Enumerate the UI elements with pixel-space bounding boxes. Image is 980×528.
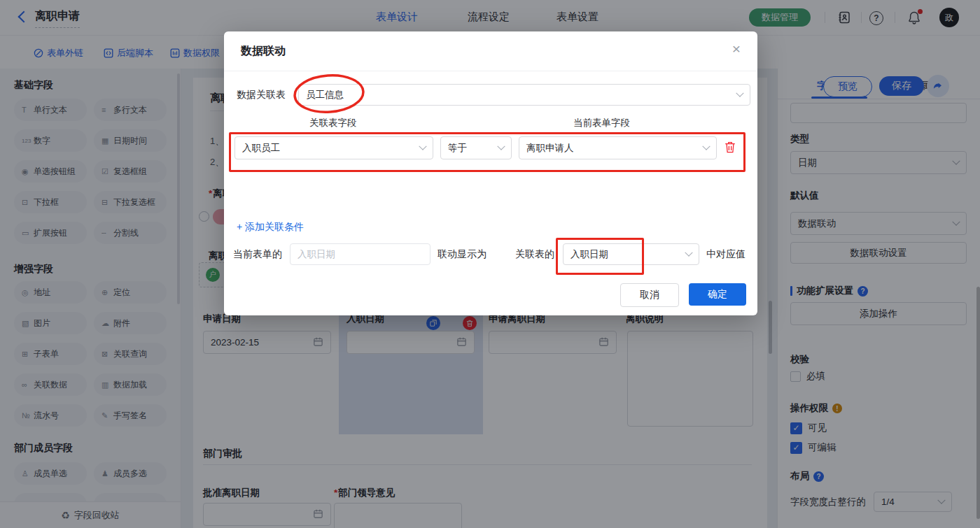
current-form-label: 当前表单的 [233, 248, 282, 261]
condition-left-field-select[interactable]: 入职员工 [234, 136, 433, 159]
form-designer-app: 离职申请 表单设计 流程设定 表单设置 数据管理 ? 政 表单外链 后端脚本 数… [0, 0, 980, 528]
mapping-suffix-label: 中对应值 [706, 248, 746, 261]
current-field-input[interactable] [290, 243, 430, 265]
chevron-down-icon [702, 142, 710, 150]
data-linkage-dialog: 数据联动 × 数据关联表 员工信息 关联表字段 当前表单字段 入职员工 等于 离… [224, 31, 757, 315]
confirm-button[interactable]: 确定 [689, 283, 746, 306]
relation-table-select[interactable]: 员工信息 [298, 84, 750, 106]
column-header-right: 当前表单字段 [573, 117, 630, 129]
display-as-label: 联动显示为 [438, 248, 486, 261]
chevron-down-icon [685, 248, 692, 256]
condition-right-field-select[interactable]: 离职申请人 [519, 136, 717, 159]
dialog-title: 数据联动 [241, 44, 286, 59]
chevron-down-icon [419, 142, 426, 150]
trash-icon [724, 141, 736, 154]
close-icon[interactable]: × [732, 41, 741, 56]
divider [224, 71, 757, 71]
cancel-button[interactable]: 取消 [620, 283, 679, 307]
delete-condition-button[interactable] [724, 141, 738, 155]
chevron-down-icon [736, 89, 743, 97]
chevron-down-icon [497, 142, 505, 150]
condition-operator-select[interactable]: 等于 [440, 136, 512, 159]
column-header-left: 关联表字段 [309, 117, 357, 129]
add-condition-link[interactable]: + 添加关联条件 [237, 221, 304, 234]
relation-of-label: 关联表的 [515, 248, 554, 261]
relation-table-label: 数据关联表 [237, 89, 286, 101]
relation-field-select[interactable]: 入职日期 [563, 243, 699, 265]
